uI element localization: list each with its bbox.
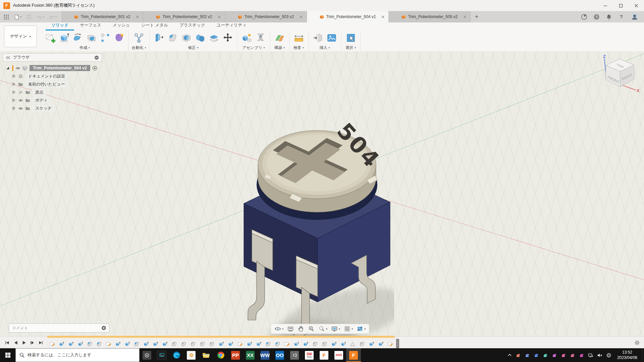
new-tab-button[interactable]: + [471, 11, 483, 22]
ribbon-tab-メッシュ[interactable]: メッシュ [107, 22, 136, 31]
maximize-button[interactable] [613, 0, 629, 11]
tray-app-icon-5[interactable] [552, 353, 557, 358]
browser-item-2[interactable]: 名前の付いたビュー [3, 80, 102, 88]
fusion-active-taskbar-button[interactable]: F [346, 348, 361, 362]
timeline-settings[interactable] [634, 340, 644, 346]
orbit-button[interactable]: ▾ [274, 325, 284, 333]
extensions-button[interactable] [581, 14, 587, 20]
ribbon-tab-シート メタル[interactable]: シート メタル [136, 22, 174, 31]
measure-button[interactable] [292, 32, 305, 44]
network-icon[interactable] [588, 353, 593, 358]
excel-taskbar-button[interactable]: XX [243, 348, 258, 362]
outlook-taskbar-button[interactable]: OO [272, 348, 287, 362]
tree-expanded-icon[interactable] [5, 66, 10, 70]
browser-item-3[interactable]: 原点 [3, 88, 102, 96]
taskbar-search[interactable]: 検索するには、ここに入力します [15, 348, 140, 362]
close-tab-icon[interactable]: ✕ [217, 15, 221, 19]
viewports-button[interactable]: ▾ [356, 325, 366, 333]
shell-button[interactable] [180, 32, 193, 44]
tray-app-icon-3[interactable] [534, 353, 539, 358]
joint-button[interactable] [254, 32, 267, 44]
explorer-taskbar-button[interactable] [199, 348, 213, 362]
fillet-button[interactable] [166, 32, 179, 44]
visibility-icon[interactable] [18, 90, 23, 95]
volume-muted-icon[interactable] [597, 353, 602, 358]
ribbon-tab-ユーティリティ[interactable]: ユーティリティ [211, 22, 252, 31]
form-button[interactable] [113, 32, 125, 44]
word-taskbar-button[interactable]: WW [258, 348, 272, 362]
combine-button[interactable] [194, 32, 207, 44]
step-forward-button[interactable] [29, 339, 36, 346]
notifications-button[interactable] [606, 14, 612, 20]
job-status-button[interactable] [593, 14, 600, 20]
create-sketch-button[interactable] [44, 32, 57, 44]
insert-derive-button[interactable] [312, 32, 324, 44]
step-back-button[interactable] [12, 339, 19, 346]
tray-app-icon-2[interactable] [525, 353, 530, 358]
hole-button[interactable] [85, 32, 98, 44]
visibility-icon[interactable] [15, 66, 20, 71]
powerpoint-taskbar-button[interactable]: PP [228, 348, 243, 362]
show-desktop-button[interactable] [642, 348, 644, 362]
document-tab-2[interactable]: Trim_Potentiometer_502 v2✕ [143, 11, 225, 22]
scripts-button[interactable] [132, 32, 145, 44]
help-button[interactable]: ? [618, 14, 625, 20]
avatar-button[interactable] [631, 13, 639, 21]
move-button[interactable] [221, 32, 234, 44]
modeling-viewport[interactable]: 504 ブラウザ Trim_Potentiometer_504 v2ドキュメント… [0, 51, 644, 336]
fit-button[interactable]: ▾ [318, 325, 328, 333]
look-at-button[interactable] [286, 325, 294, 333]
visibility-icon[interactable] [18, 106, 23, 111]
ribbon-group-menu-作成[interactable]: 作成▾ [79, 45, 90, 51]
ribbon-group-menu-自動化[interactable]: 自動化▾ [132, 45, 146, 51]
file-new-button[interactable]: ▾ [14, 14, 21, 20]
close-tab-icon[interactable]: ✕ [136, 15, 139, 19]
tray-app-icon-7[interactable] [570, 353, 575, 358]
status-icon[interactable] [606, 353, 611, 358]
tree-collapsed-icon[interactable] [11, 107, 16, 110]
ribbon-tab-ソリッド[interactable]: ソリッド [46, 22, 74, 31]
chrome-taskbar-button[interactable] [213, 348, 228, 362]
visibility-icon[interactable] [18, 98, 23, 103]
tree-collapsed-icon[interactable] [11, 74, 16, 78]
select-button[interactable] [344, 32, 357, 44]
app-dark-taskbar-button[interactable] [140, 348, 154, 362]
start-button[interactable] [0, 348, 15, 362]
browser-root-label[interactable]: Trim_Potentiometer_504 v2 [30, 65, 90, 71]
pan-button[interactable] [297, 325, 305, 333]
app-grid-button[interactable] [3, 14, 9, 20]
potentiometer-model[interactable]: 504 [233, 116, 394, 336]
extrude-button[interactable] [58, 32, 70, 44]
ribbon-group-menu-選択[interactable]: 選択▾ [345, 45, 356, 51]
tree-collapsed-icon[interactable] [11, 99, 16, 102]
offset-face-button[interactable] [208, 32, 220, 44]
solidworks-taskbar-button[interactable]: SW2019 [302, 348, 317, 362]
activate-component-icon[interactable] [92, 66, 97, 71]
minimize-panel-icon[interactable] [94, 55, 99, 60]
save-button[interactable] [26, 14, 32, 20]
tray-app-icon-6[interactable] [561, 353, 566, 358]
document-tab-5[interactable]: Trim_Potentiometer_505 v2✕ [389, 11, 471, 22]
comment-input[interactable]: コメント [9, 323, 109, 333]
app-terminal-taskbar-button[interactable] [154, 348, 169, 362]
show-hidden-icons-button[interactable] [507, 353, 512, 357]
display-settings-button[interactable]: ▾ [330, 325, 341, 333]
redo-button[interactable]: ▾ [49, 14, 57, 20]
ribbon-group-menu-修正[interactable]: 修正▾ [188, 45, 199, 51]
app-gray-taskbar-button[interactable] [287, 348, 302, 362]
skip-start-button[interactable] [3, 339, 11, 346]
minimize-button[interactable] [598, 0, 613, 11]
skip-end-button[interactable] [37, 339, 44, 346]
press-pull-button[interactable] [153, 32, 165, 44]
browser-root-row[interactable]: Trim_Potentiometer_504 v2 [3, 64, 102, 72]
workspace-selector[interactable]: デザイン ▾ [4, 25, 37, 47]
insert-canvas-button[interactable] [325, 32, 338, 44]
ribbon-group-menu-検査[interactable]: 検査▾ [293, 45, 304, 51]
close-button[interactable] [629, 0, 644, 11]
comment-marker-icon[interactable] [101, 325, 106, 330]
undo-button[interactable]: ▾ [37, 14, 44, 20]
play-button[interactable] [20, 339, 28, 346]
tray-app-icon-4[interactable] [543, 353, 548, 358]
document-tab-1[interactable]: Trim_Potentiometer_501 v2✕ [61, 11, 143, 22]
collapse-panel-icon[interactable] [6, 56, 10, 59]
